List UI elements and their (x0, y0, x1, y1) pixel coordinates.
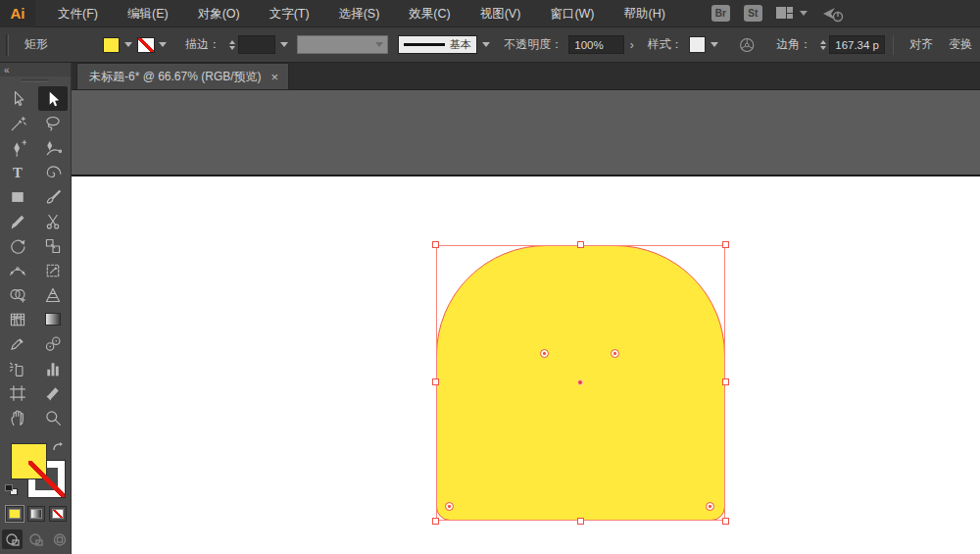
handle-middle-right[interactable] (722, 378, 729, 385)
corner-widget-top-left[interactable] (540, 349, 549, 358)
lasso-tool[interactable] (38, 111, 68, 135)
gradient-tool[interactable] (38, 307, 68, 331)
stroke-weight-input[interactable] (238, 35, 275, 54)
symbol-sprayer-tool[interactable] (3, 356, 32, 380)
corner-widget-top-right[interactable] (611, 349, 619, 358)
shape-center-point[interactable] (577, 379, 583, 385)
corner-radius-input[interactable]: 167.34 p (829, 35, 885, 54)
workspace-switcher[interactable] (776, 7, 808, 20)
rectangle-tool[interactable] (3, 184, 32, 209)
fill-chevron-icon[interactable] (122, 36, 134, 54)
draw-normal-button[interactable] (2, 529, 23, 549)
handle-bottom-center[interactable] (577, 518, 584, 525)
menu-item-8[interactable]: 窗口(W) (535, 0, 609, 27)
pencil-tool[interactable] (3, 209, 32, 233)
selected-shape-group (436, 245, 725, 521)
transform-button[interactable]: 变换 (949, 36, 972, 53)
column-graph-tool[interactable] (38, 356, 68, 380)
eyedropper-tool[interactable] (3, 331, 32, 356)
document-area: 未标题-6* @ 66.67% (RGB/预览) × (72, 63, 980, 554)
corner-widget-bottom-left[interactable] (445, 502, 454, 511)
artboard[interactable] (72, 90, 980, 554)
document-tab-bar: 未标题-6* @ 66.67% (RGB/预览) × (72, 63, 980, 90)
brush-name: 基本 (450, 37, 471, 52)
free-transform-tool[interactable] (38, 258, 68, 282)
fill-color-swatch[interactable] (103, 37, 121, 53)
corner-widget-bottom-right[interactable] (706, 502, 714, 511)
handle-top-left[interactable] (432, 241, 439, 248)
width-profile-dropdown[interactable] (297, 35, 388, 54)
document-tab[interactable]: 未标题-6* @ 66.67% (RGB/预览) × (76, 63, 289, 89)
rotate-tool[interactable] (3, 233, 32, 258)
magic-wand-tool[interactable] (3, 111, 32, 135)
share-launch-icon[interactable] (821, 5, 845, 23)
panel-grip[interactable] (22, 79, 49, 82)
scale-tool[interactable] (38, 233, 68, 258)
stock-icon[interactable]: St (744, 5, 762, 22)
menu-item-4[interactable]: 文字(T) (255, 0, 324, 27)
chevron-down-icon (800, 11, 808, 16)
blend-tool[interactable] (38, 331, 68, 356)
bridge-icon[interactable]: Br (711, 5, 730, 22)
selection-tool[interactable] (38, 86, 68, 111)
color-button[interactable] (6, 506, 24, 522)
gradient-button[interactable] (27, 506, 45, 522)
handle-top-right[interactable] (722, 241, 729, 248)
type-tool[interactable]: T (3, 160, 32, 184)
tab-close-icon[interactable]: × (271, 71, 279, 83)
hand-tool[interactable] (3, 405, 32, 429)
menu-item-9[interactable]: 帮助(H) (610, 0, 680, 27)
recolor-artwork-icon[interactable] (739, 35, 755, 55)
handle-bottom-right[interactable] (722, 518, 729, 525)
handle-bottom-left[interactable] (432, 518, 439, 525)
style-swatch[interactable] (689, 36, 707, 53)
slice-tool[interactable] (38, 380, 68, 405)
menu-item-5[interactable]: 选择(S) (324, 0, 395, 27)
brush-definition-dropdown[interactable]: 基本 (398, 35, 477, 54)
draw-behind-button[interactable] (25, 529, 46, 549)
context-label: 矩形 (24, 36, 48, 53)
artboard-tool[interactable] (3, 380, 32, 405)
curvature-tool[interactable] (38, 135, 68, 160)
menu-item-1[interactable]: 文件(F) (43, 0, 113, 27)
document-tab-title: 未标题-6* @ 66.67% (RGB/预览) (89, 69, 262, 85)
align-button[interactable]: 对齐 (909, 36, 933, 53)
none-button[interactable] (49, 506, 67, 522)
stroke-weight-stepper[interactable] (229, 40, 235, 50)
menu-item-6[interactable]: 效果(C) (394, 0, 465, 27)
handle-middle-left[interactable] (432, 378, 439, 385)
opacity-input[interactable]: 100% (568, 35, 623, 54)
corner-stepper[interactable] (820, 40, 826, 50)
paintbrush-tool[interactable] (38, 184, 68, 209)
scissors-tool[interactable] (38, 209, 68, 233)
none-slash-icon (138, 38, 154, 52)
perspective-grid-tool[interactable] (38, 282, 68, 307)
draw-inside-button[interactable] (49, 529, 70, 549)
app-logo-icon[interactable]: Ai (0, 0, 35, 27)
draw-mode-buttons (0, 529, 72, 549)
stroke-color-swatch[interactable] (137, 37, 155, 53)
pasteboard[interactable] (72, 90, 980, 176)
shape-builder-tool[interactable] (3, 282, 32, 307)
style-chevron-icon[interactable] (709, 36, 720, 54)
zoom-tool[interactable] (38, 405, 68, 429)
pen-tool[interactable] (3, 135, 32, 160)
spiral-tool[interactable] (38, 160, 68, 184)
handle-top-center[interactable] (577, 241, 584, 248)
mesh-tool[interactable] (3, 307, 32, 331)
menu-item-7[interactable]: 视图(V) (466, 0, 536, 27)
opacity-panel-arrow-icon[interactable]: › (630, 38, 634, 52)
menubar-right: Br St (711, 5, 845, 23)
width-tool[interactable] (3, 258, 32, 282)
default-fill-stroke-icon[interactable] (5, 484, 18, 495)
panel-collapse-icon[interactable]: « (0, 63, 71, 76)
menu-item-3[interactable]: 对象(O) (183, 0, 255, 27)
color-type-buttons (0, 506, 72, 522)
brush-chevron-icon[interactable] (480, 36, 492, 54)
stroke-chevron-icon[interactable] (158, 36, 170, 54)
menu-item-2[interactable]: 编辑(E) (113, 0, 183, 27)
control-bar-grip[interactable] (6, 34, 9, 56)
swap-fill-stroke-icon[interactable] (51, 441, 67, 455)
direct-selection-tool[interactable] (3, 86, 32, 111)
stroke-weight-chevron-icon[interactable] (278, 36, 290, 54)
